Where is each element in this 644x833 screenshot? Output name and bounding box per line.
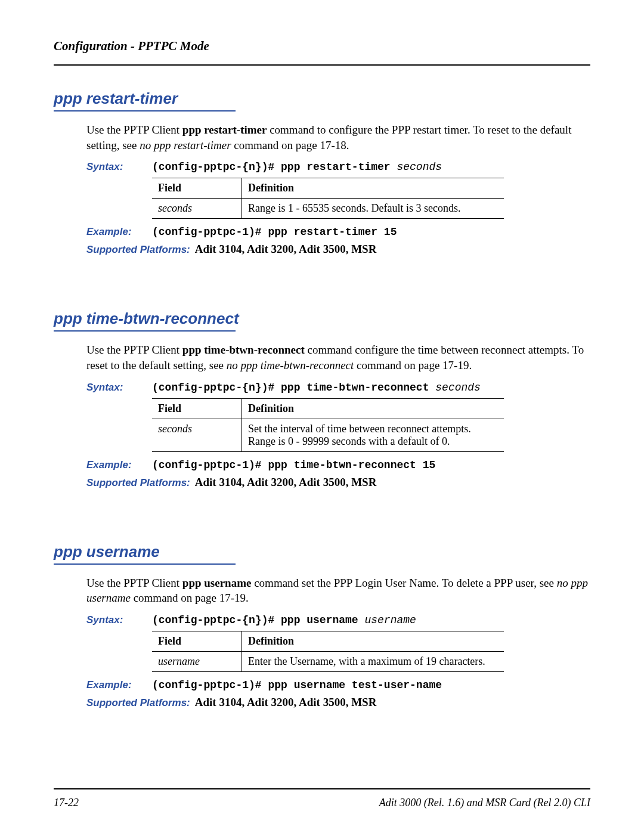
platforms-label: Supported Platforms: bbox=[86, 697, 190, 709]
definition-table: Field Definition seconds Set the interva… bbox=[152, 398, 504, 452]
example-label: Example: bbox=[86, 459, 152, 471]
section-ppp-username: ppp username Use the PPTP Client ppp use… bbox=[54, 543, 590, 709]
table-header-row: Field Definition bbox=[152, 178, 504, 199]
title-underline bbox=[54, 330, 236, 332]
example-value: (config-pptpc-1)# ppp time-btwn-reconnec… bbox=[152, 459, 435, 471]
platforms-label: Supported Platforms: bbox=[86, 477, 190, 489]
definition-cell: Enter the Username, with a maximum of 19… bbox=[242, 651, 504, 671]
desc-command: ppp restart-timer bbox=[182, 123, 267, 136]
field-cell: seconds bbox=[152, 419, 242, 451]
syntax-value: (config-pptpc-{n})# ppp restart-timer se… bbox=[152, 161, 442, 173]
example-label: Example: bbox=[86, 679, 152, 691]
syntax-label: Syntax: bbox=[86, 614, 152, 626]
page-header: Configuration - PPTPC Mode bbox=[54, 39, 590, 54]
syntax-value: (config-pptpc-{n})# ppp time-btwn-reconn… bbox=[152, 382, 481, 394]
platforms-row: Supported Platforms: Adit 3104, Adit 320… bbox=[86, 476, 590, 489]
page-number: 17-22 bbox=[54, 797, 79, 809]
example-row: Example: (config-pptpc-1)# ppp time-btwn… bbox=[86, 459, 590, 471]
desc-text: command on page 17-19. bbox=[131, 592, 249, 604]
section-ppp-restart-timer: ppp restart-timer Use the PPTP Client pp… bbox=[54, 89, 590, 256]
definition-header: Definition bbox=[242, 398, 504, 419]
syntax-arg: seconds bbox=[435, 382, 481, 394]
example-label: Example: bbox=[86, 226, 152, 238]
footer-rule bbox=[54, 788, 590, 789]
section-description: Use the PPTP Client ppp restart-timer co… bbox=[86, 122, 590, 153]
desc-text: command set the PPP Login User Name. To … bbox=[251, 577, 556, 589]
syntax-command: (config-pptpc-{n})# ppp time-btwn-reconn… bbox=[152, 382, 435, 394]
definition-cell: Range is 1 - 65535 seconds. Default is 3… bbox=[242, 199, 504, 219]
desc-command: ppp username bbox=[182, 577, 252, 589]
definition-header: Definition bbox=[242, 178, 504, 199]
desc-text: Use the PPTP Client bbox=[86, 577, 182, 589]
desc-text: command on page 17-18. bbox=[231, 139, 349, 151]
page-footer: 17-22 Adit 3000 (Rel. 1.6) and MSR Card … bbox=[54, 788, 590, 809]
syntax-arg: username bbox=[364, 614, 416, 626]
definition-cell: Set the interval of time between reconne… bbox=[242, 419, 504, 451]
example-row: Example: (config-pptpc-1)# ppp restart-t… bbox=[86, 226, 590, 238]
syntax-row: Syntax: (config-pptpc-{n})# ppp time-btw… bbox=[86, 382, 590, 394]
desc-text: Use the PPTP Client bbox=[86, 123, 182, 136]
definition-header: Definition bbox=[242, 631, 504, 651]
table-row: username Enter the Username, with a maxi… bbox=[152, 651, 504, 671]
example-value: (config-pptpc-1)# ppp restart-timer 15 bbox=[152, 226, 397, 238]
syntax-value: (config-pptpc-{n})# ppp username usernam… bbox=[152, 614, 416, 626]
section-title: ppp restart-timer bbox=[54, 89, 178, 108]
table-row: seconds Set the interval of time between… bbox=[152, 419, 504, 451]
syntax-label: Syntax: bbox=[86, 161, 152, 173]
title-underline bbox=[54, 563, 236, 565]
field-cell: username bbox=[152, 651, 242, 671]
platforms-value: Adit 3104, Adit 3200, Adit 3500, MSR bbox=[195, 476, 377, 489]
header-rule bbox=[54, 64, 590, 66]
definition-table: Field Definition seconds Range is 1 - 65… bbox=[152, 178, 504, 219]
platforms-row: Supported Platforms: Adit 3104, Adit 320… bbox=[86, 696, 590, 709]
table-header-row: Field Definition bbox=[152, 398, 504, 419]
desc-reference: no ppp time-btwn-reconnect bbox=[227, 359, 354, 371]
syntax-label: Syntax: bbox=[86, 382, 152, 394]
field-cell: seconds bbox=[152, 199, 242, 219]
syntax-command: (config-pptpc-{n})# ppp username bbox=[152, 614, 364, 626]
platforms-value: Adit 3104, Adit 3200, Adit 3500, MSR bbox=[195, 696, 377, 709]
title-underline bbox=[54, 110, 236, 112]
syntax-row: Syntax: (config-pptpc-{n})# ppp restart-… bbox=[86, 161, 590, 173]
section-title: ppp username bbox=[54, 543, 160, 561]
platforms-label: Supported Platforms: bbox=[86, 244, 190, 256]
desc-text: command on page 17-19. bbox=[354, 359, 472, 371]
field-header: Field bbox=[152, 178, 242, 199]
syntax-command: (config-pptpc-{n})# ppp restart-timer bbox=[152, 161, 397, 173]
desc-reference: no ppp restart-timer bbox=[140, 139, 231, 151]
syntax-row: Syntax: (config-pptpc-{n})# ppp username… bbox=[86, 614, 590, 626]
section-description: Use the PPTP Client ppp time-btwn-reconn… bbox=[86, 342, 590, 373]
example-row: Example: (config-pptpc-1)# ppp username … bbox=[86, 679, 590, 691]
platforms-row: Supported Platforms: Adit 3104, Adit 320… bbox=[86, 243, 590, 256]
book-title: Adit 3000 (Rel. 1.6) and MSR Card (Rel 2… bbox=[379, 797, 590, 809]
example-value: (config-pptpc-1)# ppp username test-user… bbox=[152, 679, 442, 691]
field-header: Field bbox=[152, 631, 242, 651]
section-description: Use the PPTP Client ppp username command… bbox=[86, 575, 590, 606]
desc-command: ppp time-btwn-reconnect bbox=[182, 343, 305, 356]
desc-text: Use the PPTP Client bbox=[86, 343, 182, 356]
platforms-value: Adit 3104, Adit 3200, Adit 3500, MSR bbox=[195, 243, 377, 256]
section-ppp-time-btwn-reconnect: ppp time-btwn-reconnect Use the PPTP Cli… bbox=[54, 309, 590, 488]
table-header-row: Field Definition bbox=[152, 631, 504, 651]
field-header: Field bbox=[152, 398, 242, 419]
table-row: seconds Range is 1 - 65535 seconds. Defa… bbox=[152, 199, 504, 219]
syntax-arg: seconds bbox=[397, 161, 442, 173]
section-title: ppp time-btwn-reconnect bbox=[54, 309, 239, 328]
definition-table: Field Definition username Enter the User… bbox=[152, 631, 504, 672]
